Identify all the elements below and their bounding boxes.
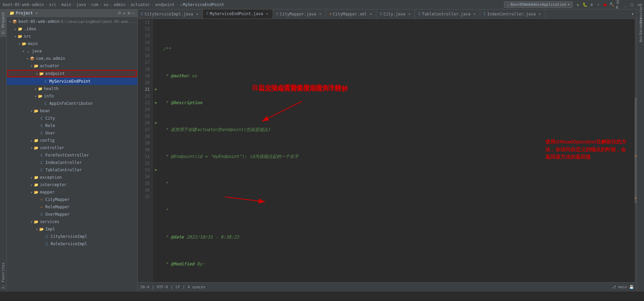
tree-mapper[interactable]: ▾ 📂 mapper bbox=[7, 188, 137, 196]
interceptor-arrow: ▸ bbox=[30, 183, 34, 187]
endpoint-folder-icon: 📂 bbox=[39, 71, 44, 76]
profile-icon[interactable]: ⚡ bbox=[596, 2, 601, 7]
controller-folder-icon: 📂 bbox=[34, 145, 39, 150]
tab-cityservice-close[interactable]: ✕ bbox=[195, 12, 199, 16]
collapse-icon[interactable]: ⇤ bbox=[123, 11, 126, 15]
debug-icon[interactable]: 🐛 bbox=[582, 2, 588, 7]
tree-exception[interactable]: ▸ 📁 exception bbox=[7, 174, 137, 181]
gutter-run-33[interactable]: ▶ bbox=[153, 167, 159, 173]
tab-city-close[interactable]: ✕ bbox=[407, 12, 411, 16]
database-icon[interactable]: Database bbox=[638, 24, 643, 29]
code-line-16: * bbox=[163, 180, 635, 187]
tree-cityservice[interactable]: ▸ C CityServiceImpl bbox=[7, 233, 137, 240]
health-folder-icon: 📁 bbox=[38, 86, 43, 91]
main-folder-icon: 📂 bbox=[21, 41, 27, 46]
appinfo-class-icon: C bbox=[43, 101, 48, 106]
tree-actuator[interactable]: ▾ 📂 actuator bbox=[7, 62, 137, 70]
tree-bean[interactable]: ▾ 📂 bean bbox=[7, 107, 137, 115]
tree-index[interactable]: ▸ C IndexController bbox=[7, 159, 137, 166]
maximize-icon[interactable]: □ bbox=[629, 2, 635, 7]
stop-icon[interactable]: ■ bbox=[602, 2, 608, 7]
usermapper-icon: C bbox=[39, 212, 44, 217]
tree-main[interactable]: ▾ 📂 main bbox=[7, 40, 137, 47]
scroll-indicator[interactable] bbox=[635, 19, 637, 282]
run-coverage-icon[interactable]: ⚙ bbox=[589, 2, 594, 7]
tree-impl[interactable]: ▾ 📂 Impl bbox=[7, 225, 137, 233]
tree-root[interactable]: ▾ 📦 boot-05-web-admin D:\Java\springBoot… bbox=[7, 18, 137, 25]
actuator-arrow: ▾ bbox=[30, 64, 34, 68]
editor-area: C CityServiceImpl.java ✕ C MyServiceEndP… bbox=[138, 9, 637, 292]
run-icon[interactable]: ▶ bbox=[576, 2, 581, 7]
tree-citymapper[interactable]: ▸ ↔ CityMapper bbox=[7, 196, 137, 203]
tree-interceptor[interactable]: ▸ 📁 interceptor bbox=[7, 181, 137, 188]
exception-folder-icon: 📁 bbox=[34, 175, 39, 180]
tree-src[interactable]: ▾ 📂 src bbox=[7, 33, 137, 40]
favorites-tab[interactable]: 2: Favorites bbox=[0, 260, 6, 292]
tree-java[interactable]: ▾ ☕ java bbox=[7, 47, 137, 55]
interceptor-folder-icon: 📁 bbox=[34, 182, 39, 187]
tree-user[interactable]: ▸ C User bbox=[7, 129, 137, 137]
citymapper-icon: ↔ bbox=[39, 197, 44, 202]
tree-usermapper[interactable]: ▸ C UserMapper bbox=[7, 211, 137, 218]
tab-overflow[interactable]: ▾ bbox=[629, 11, 637, 16]
com-arrow: ▾ bbox=[26, 56, 30, 60]
tab-myservice-close[interactable]: ✕ bbox=[265, 12, 269, 15]
java-arrow: ▾ bbox=[21, 49, 26, 53]
project-tab[interactable]: 1: Project bbox=[0, 9, 6, 37]
tab-citymapperxml-close[interactable]: ✕ bbox=[369, 12, 373, 16]
run-config[interactable]: ☕ Boot05WebAdminApplication ▾ bbox=[504, 1, 573, 8]
gutter-run-26[interactable]: ▶ bbox=[153, 120, 159, 126]
formtest-class-icon: C bbox=[39, 153, 44, 158]
tree-city[interactable]: ▸ C City bbox=[7, 115, 137, 122]
tab-cityservice[interactable]: C CityServiceImpl.java ✕ bbox=[138, 9, 203, 19]
gutter-run-23[interactable]: ▶ bbox=[153, 99, 159, 106]
tab-indexcontroller[interactable]: C IndexController.java ✕ bbox=[480, 9, 545, 19]
tab-tablecontroller-icon: C bbox=[418, 12, 421, 16]
tree-roleservice[interactable]: ▸ C RoleServiceImpl bbox=[7, 240, 137, 248]
bottom-bar: 20:4 | UTF-8 | LF | 4 spaces ⎇ main 💾 bbox=[138, 282, 637, 292]
mapper-folder-icon: 📂 bbox=[34, 189, 39, 195]
tree-config[interactable]: ▸ 📁 config bbox=[7, 137, 137, 144]
tree-endpoint[interactable]: ▾ 📂 endpoint bbox=[7, 70, 137, 77]
panel-title: Project bbox=[16, 11, 33, 15]
role-class-icon: C bbox=[39, 123, 44, 128]
ant-icon[interactable]: Ant bbox=[638, 36, 643, 42]
tab-tablecontroller-close[interactable]: ✕ bbox=[472, 12, 476, 16]
indent-info: 4 spaces bbox=[188, 285, 205, 289]
tree-rolemapper[interactable]: ▸ ↔ RoleMapper bbox=[7, 203, 137, 211]
tree-appinfo[interactable]: ▸ C AppInfoContributor bbox=[7, 100, 137, 107]
tab-citymapperxml[interactable]: x CityMapper.xml ✕ bbox=[326, 9, 377, 19]
tab-myservice[interactable]: C MyServiceEndPoint.java ✕ bbox=[203, 9, 273, 19]
git-status: ⎇ main bbox=[612, 285, 627, 289]
build-icon[interactable]: 🔨 bbox=[609, 2, 614, 7]
tab-tablecontroller[interactable]: C TableController.java ✕ bbox=[415, 9, 480, 19]
tree-role[interactable]: ▸ C Role bbox=[7, 122, 137, 129]
tree-health[interactable]: ▸ 📁 health bbox=[7, 85, 137, 92]
tab-citymapper[interactable]: C CityMapper.java ✕ bbox=[273, 9, 326, 19]
tab-indexcontroller-close[interactable]: ✕ bbox=[538, 12, 542, 16]
code-line-13: * @Description bbox=[163, 99, 635, 106]
project-tree: ▾ 📦 boot-05-web-admin D:\Java\springBoot… bbox=[7, 17, 137, 292]
tree-myservice[interactable]: ▸ C MyServiceEndPoint bbox=[7, 78, 137, 85]
folder-icon: 📁 bbox=[9, 11, 14, 15]
close-panel-icon[interactable]: — bbox=[132, 11, 135, 15]
tree-formtest[interactable]: ▸ C FormTestController bbox=[7, 152, 137, 159]
minimize-icon[interactable]: _ bbox=[623, 2, 628, 7]
tree-info[interactable]: ▾ 📂 info bbox=[7, 92, 137, 100]
exception-arrow: ▸ bbox=[30, 175, 34, 179]
tree-com[interactable]: ▾ 📦 com.xu.admin bbox=[7, 55, 137, 62]
code-line-15: * @Endpoint(id = "myEndpoint"): id为该端点起的… bbox=[163, 153, 635, 160]
tree-idea[interactable]: ▸ 📁 .idea bbox=[7, 25, 137, 33]
tab-citymapper-close[interactable]: ✕ bbox=[318, 12, 322, 16]
tab-city[interactable]: C City.java ✕ bbox=[376, 9, 415, 19]
structure-icon[interactable]: Structure bbox=[638, 11, 643, 16]
settings-icon[interactable]: ⚙ bbox=[128, 11, 130, 15]
translate-icon[interactable]: 文A bbox=[616, 2, 621, 7]
tree-services[interactable]: ▾ 📂 services bbox=[7, 218, 137, 225]
main-layout: 1: Project 2: Favorites 📁 Project ▾ ⟳ ⇤ … bbox=[0, 9, 644, 292]
tree-controller[interactable]: ▾ 📂 controller bbox=[7, 144, 137, 152]
sync-icon[interactable]: ⟳ bbox=[118, 11, 121, 15]
code-content[interactable]: /** * @author xu * @Description * 该类用于创建… bbox=[159, 19, 635, 282]
tree-table[interactable]: ▸ C TableController bbox=[7, 166, 137, 174]
gutter-run-21[interactable]: ▶ bbox=[153, 86, 159, 93]
